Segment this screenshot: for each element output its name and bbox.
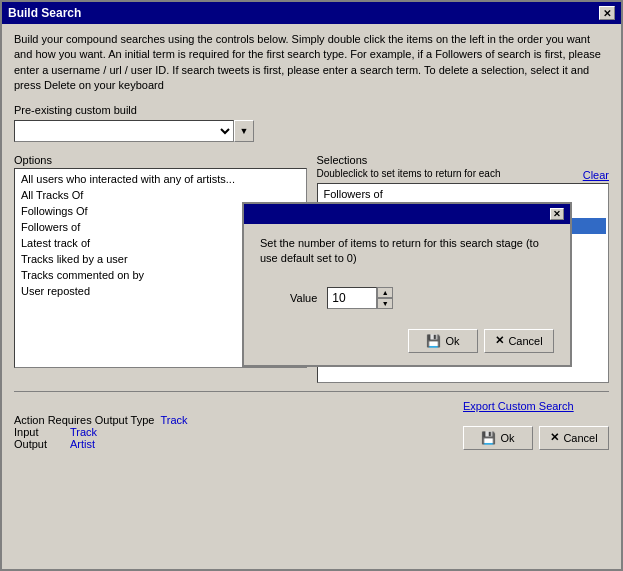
value-input[interactable] (327, 287, 377, 309)
value-label: Value (290, 292, 317, 304)
modal-description: Set the number of items to return for th… (260, 236, 554, 267)
modal-cancel-button[interactable]: ✕ Cancel (484, 329, 554, 353)
value-dialog: ✕ Set the number of items to return for … (242, 202, 572, 367)
build-search-window: Build Search ✕ Build your compound searc… (0, 0, 623, 571)
value-spinner: ▲ ▼ (327, 287, 393, 309)
modal-overlay: ✕ Set the number of items to return for … (2, 2, 621, 569)
spinner-up-button[interactable]: ▲ (377, 287, 393, 298)
spinner-controls: ▲ ▼ (377, 287, 393, 309)
modal-ok-button[interactable]: 💾 Ok (408, 329, 478, 353)
modal-close-button[interactable]: ✕ (550, 208, 564, 220)
modal-title-bar: ✕ (244, 204, 570, 224)
modal-floppy-icon: 💾 (426, 334, 441, 348)
modal-cancel-x-icon: ✕ (495, 334, 504, 347)
spinner-down-button[interactable]: ▼ (377, 298, 393, 309)
